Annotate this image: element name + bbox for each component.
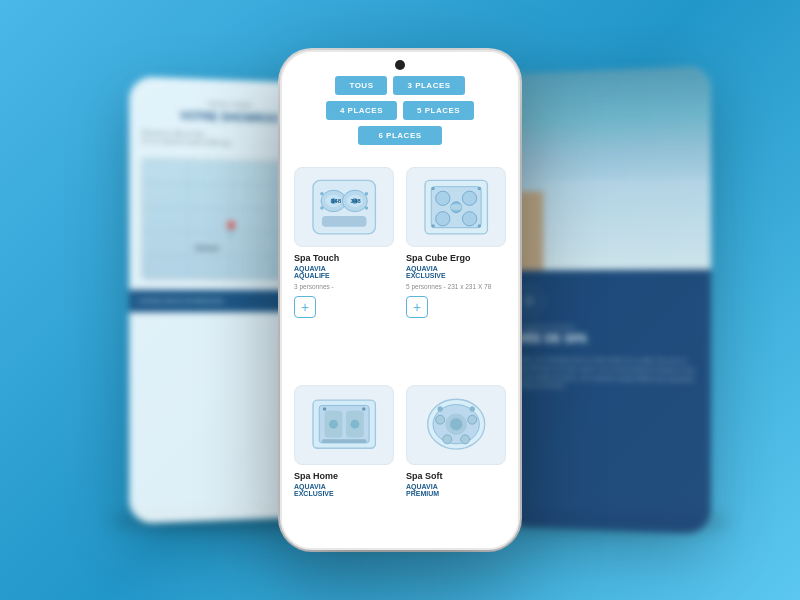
svg-rect-7	[322, 216, 367, 227]
product-card-spa-touch: 348 348 Spa Touch AQUAVIA AQUALIFE 3 per…	[294, 167, 394, 373]
svg-text:348: 348	[350, 197, 361, 204]
product-name-spa-touch: Spa Touch	[294, 253, 394, 263]
product-card-spa-soft: Spa Soft AQUAVIA PREMIUM	[406, 385, 506, 549]
svg-point-19	[462, 191, 476, 205]
right-phone-image	[503, 66, 711, 271]
svg-point-26	[431, 224, 435, 228]
filter-6places[interactable]: 6 PLACES	[358, 126, 441, 145]
product-name-spa-soft: Spa Soft	[406, 471, 506, 481]
svg-point-46	[469, 407, 474, 412]
product-line-spa-soft: PREMIUM	[406, 490, 506, 497]
svg-point-44	[460, 435, 469, 444]
product-size-spa-cube-ergo: 5 personnes - 231 x 231 X 78	[406, 283, 506, 290]
right-phone-subtitle: Un sentiment d'évasion	[514, 324, 698, 331]
product-brand-spa-touch: AQUAVIA	[294, 265, 394, 272]
svg-rect-23	[451, 204, 462, 209]
right-phone-sky	[503, 66, 711, 192]
svg-point-11	[364, 192, 368, 196]
svg-point-40	[450, 418, 462, 430]
svg-point-45	[437, 407, 442, 412]
product-name-spa-home: Spa Home	[294, 471, 394, 481]
product-name-spa-cube-ergo: Spa Cube Ergo	[406, 253, 506, 263]
svg-point-24	[431, 186, 435, 190]
product-image-spa-cube-ergo	[406, 167, 506, 247]
product-image-spa-touch: 348 348	[294, 167, 394, 247]
filter-row-3: 6 PLACES	[294, 126, 506, 145]
svg-point-36	[362, 408, 366, 412]
product-image-spa-soft	[406, 385, 506, 465]
right-phone-title: IDÉE DE SPA	[514, 331, 698, 346]
product-line-spa-cube-ergo: EXCLUSIVE	[406, 272, 506, 279]
add-button-spa-touch[interactable]: +	[294, 296, 316, 318]
svg-point-21	[462, 211, 476, 225]
right-phone-content: Un sentiment d'évasion IDÉE DE SPA de Sp…	[503, 269, 711, 534]
add-button-spa-cube-ergo[interactable]: +	[406, 296, 428, 318]
phone-right: Un sentiment d'évasion IDÉE DE SPA de Sp…	[503, 66, 711, 535]
filter-4places[interactable]: 4 PLACES	[326, 101, 397, 120]
right-phone-pool	[543, 178, 711, 271]
svg-point-25	[477, 186, 481, 190]
svg-rect-34	[322, 440, 367, 444]
svg-point-27	[477, 224, 481, 228]
phone-center: TOUS 3 PLACES 4 PLACES 5 PLACES 6 PLACES	[280, 50, 520, 550]
svg-point-42	[468, 416, 477, 425]
svg-point-10	[320, 192, 324, 196]
filter-tous[interactable]: TOUS	[335, 76, 387, 95]
svg-point-18	[435, 191, 449, 205]
svg-point-13	[364, 206, 368, 210]
svg-text:348: 348	[331, 197, 342, 204]
right-phone-description: de Spa, vous replongez dans le confort a…	[514, 355, 698, 393]
filter-row-2: 4 PLACES 5 PLACES	[294, 101, 506, 120]
svg-point-32	[329, 420, 338, 429]
product-line-spa-touch: AQUALIFE	[294, 272, 394, 279]
filter-3places[interactable]: 3 PLACES	[393, 76, 464, 95]
product-brand-spa-cube-ergo: AQUAVIA	[406, 265, 506, 272]
filter-5places[interactable]: 5 PLACES	[403, 101, 474, 120]
product-size-spa-touch: 3 personnes -	[294, 283, 394, 290]
product-image-spa-home	[294, 385, 394, 465]
product-brand-spa-home: AQUAVIA	[294, 483, 394, 490]
svg-point-20	[435, 211, 449, 225]
map-city-label: Quimper	[195, 244, 220, 250]
filter-row-1: TOUS 3 PLACES	[294, 76, 506, 95]
svg-point-41	[435, 416, 444, 425]
phone-screen: TOUS 3 PLACES 4 PLACES 5 PLACES 6 PLACES	[282, 52, 518, 548]
svg-point-35	[323, 408, 327, 412]
svg-point-1	[526, 298, 532, 304]
phone-notch	[395, 60, 405, 70]
product-card-spa-home: Spa Home AQUAVIA EXCLUSIVE	[294, 385, 394, 549]
product-brand-spa-soft: AQUAVIA	[406, 483, 506, 490]
product-line-spa-home: EXCLUSIVE	[294, 490, 394, 497]
product-grid: 348 348 Spa Touch AQUAVIA AQUALIFE 3 per…	[282, 159, 518, 548]
svg-point-12	[320, 206, 324, 210]
map-pin-icon: 📍	[221, 220, 241, 239]
svg-point-33	[350, 420, 359, 429]
svg-point-43	[443, 435, 452, 444]
product-card-spa-cube-ergo: Spa Cube Ergo AQUAVIA EXCLUSIVE 5 person…	[406, 167, 506, 373]
